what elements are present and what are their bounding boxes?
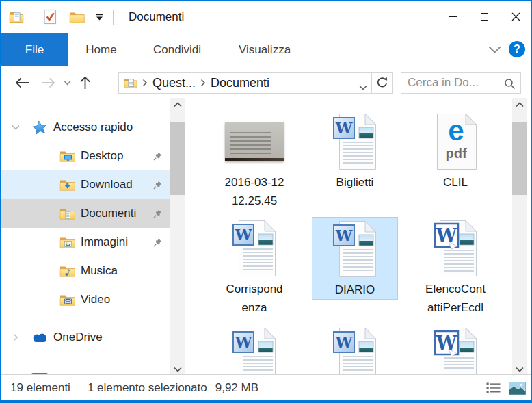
close-icon <box>511 12 520 21</box>
breadcrumb-chevron-icon[interactable] <box>142 79 148 87</box>
qat-customize-dropdown[interactable] <box>93 1 106 33</box>
sidebar-item-musica[interactable]: Musica <box>1 257 170 285</box>
sidebar-item-immagini[interactable]: Immagini <box>1 228 170 257</box>
download-folder-icon <box>58 179 76 191</box>
file-tile-biglietti[interactable]: W Biglietti <box>312 110 398 192</box>
documents-folder-icon <box>58 207 76 220</box>
file-grid-scrollbar[interactable] <box>512 98 527 376</box>
file-tile-partial[interactable]: W <box>312 324 398 376</box>
file-label: 12.25.45 <box>211 192 297 210</box>
breadcrumb-current[interactable]: Documenti <box>211 76 269 90</box>
photo-thumbnail <box>225 122 284 161</box>
chevron-collapsed-icon[interactable] <box>9 333 23 341</box>
sidebar-item-label: Musica <box>81 264 118 278</box>
search-input[interactable] <box>408 73 501 92</box>
details-view-icon <box>486 381 501 395</box>
word-document-icon: W <box>232 220 276 277</box>
breadcrumb-chevron-icon[interactable] <box>200 79 206 87</box>
tab-condividi[interactable]: Condividi <box>139 33 215 66</box>
sidebar-item-video[interactable]: Video <box>1 285 170 314</box>
scrollbar-thumb[interactable] <box>512 122 527 195</box>
pin-icon <box>153 180 162 192</box>
word-legacy-document-icon: W <box>434 220 477 277</box>
sidebar-item-label: Immagini <box>81 235 128 249</box>
sidebar-item-documenti[interactable]: Documenti <box>1 199 170 228</box>
file-tile-clil[interactable]: e pdf CLIL <box>412 110 498 192</box>
svg-text:W: W <box>235 333 252 351</box>
close-button[interactable] <box>500 1 531 33</box>
navigation-bar: Quest... Documenti <box>1 67 531 98</box>
pin-icon <box>153 151 162 164</box>
tab-visualizza[interactable]: Visualizza <box>224 33 306 66</box>
word-document-icon: W <box>333 220 377 278</box>
file-tile-elencocontattiperecdl[interactable]: W ElencoCont attiPerEcdl <box>412 217 498 317</box>
qat-properties-button[interactable] <box>41 1 59 33</box>
file-tile-corrispondenza[interactable]: W Corrispond enza <box>211 217 297 317</box>
maximize-button[interactable] <box>468 1 500 33</box>
file-label: enza <box>211 298 297 317</box>
back-arrow-icon <box>14 77 30 88</box>
file-label: Biglietti <box>312 173 398 192</box>
videos-folder-icon <box>58 294 76 306</box>
help-icon: ? <box>514 43 520 55</box>
tab-file[interactable]: File <box>1 33 68 66</box>
tab-home[interactable]: Home <box>75 33 128 66</box>
refresh-button[interactable] <box>372 73 392 93</box>
recent-locations-button[interactable] <box>61 67 73 98</box>
search-icon[interactable] <box>504 78 516 92</box>
file-label: DIARIO <box>312 281 397 299</box>
help-button[interactable]: ? <box>509 41 525 57</box>
large-icons-view-button[interactable] <box>508 380 526 396</box>
search-box <box>401 72 521 94</box>
tab-condividi-label: Condividi <box>153 43 201 57</box>
word-document-icon: W <box>333 113 377 170</box>
pictures-folder-icon <box>58 236 76 248</box>
file-label: Corrispond <box>211 280 297 298</box>
pdf-edge-icon: e pdf <box>434 113 477 170</box>
qat-new-folder-button[interactable] <box>66 1 88 33</box>
svg-text:W: W <box>335 226 353 244</box>
sidebar-scrollbar[interactable] <box>170 98 185 376</box>
file-label: CLIL <box>412 173 498 192</box>
details-view-button[interactable] <box>484 380 502 396</box>
svg-text:pdf: pdf <box>445 146 466 161</box>
maximize-icon <box>481 13 488 21</box>
scroll-up-button[interactable] <box>170 98 185 111</box>
scrollbar-thumb[interactable] <box>170 122 185 195</box>
qat-separator <box>113 10 114 25</box>
word-document-icon: W <box>333 327 377 376</box>
file-tile-partial[interactable]: W <box>211 324 297 376</box>
up-button[interactable] <box>73 67 96 98</box>
minimize-button[interactable] <box>437 1 468 33</box>
file-tile-partial[interactable]: W <box>412 324 498 376</box>
view-switcher <box>484 380 526 396</box>
file-label: attiPerEcdl <box>412 298 498 317</box>
forward-arrow-icon <box>40 77 56 88</box>
sidebar-item-label: OneDrive <box>53 330 103 344</box>
sidebar-item-onedrive[interactable]: OneDrive <box>1 323 170 352</box>
sidebar-item-desktop[interactable]: Desktop <box>1 142 170 170</box>
breadcrumb-root[interactable]: Quest... <box>152 76 196 90</box>
svg-text:W: W <box>335 119 353 137</box>
address-bar[interactable]: Quest... Documenti <box>118 72 393 94</box>
back-button[interactable] <box>10 67 34 98</box>
tab-home-label: Home <box>85 43 116 57</box>
sidebar-item-label: Download <box>81 178 133 192</box>
file-label: 2016-03-12 <box>211 173 297 192</box>
svg-text:W: W <box>436 225 457 246</box>
file-tile-photo[interactable]: 2016-03-12 12.25.45 <box>211 110 297 210</box>
address-dropdown-button[interactable] <box>359 81 367 93</box>
file-tile-diario-selected[interactable]: W DIARIO <box>312 217 398 300</box>
window-title: Documenti <box>129 10 184 24</box>
sidebar-item-download[interactable]: Download <box>1 170 170 199</box>
explorer-window-icon[interactable] <box>6 1 27 33</box>
onedrive-cloud-icon <box>31 332 49 343</box>
chevron-expanded-icon[interactable] <box>9 125 23 130</box>
word-legacy-document-icon: W <box>434 327 477 376</box>
svg-text:W: W <box>235 226 252 244</box>
sidebar-item-accesso-rapido[interactable]: Accesso rapido <box>1 113 170 142</box>
svg-text:W: W <box>436 333 457 354</box>
forward-button[interactable] <box>36 67 59 98</box>
scroll-up-button[interactable] <box>512 98 527 111</box>
expand-ribbon-button[interactable] <box>488 44 501 57</box>
